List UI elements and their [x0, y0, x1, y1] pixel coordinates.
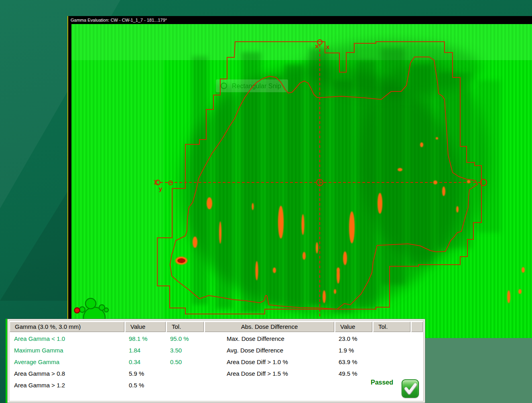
table-cell: Max. Dose Difference	[227, 333, 357, 344]
gamma-dose-map[interactable]: Rectangular Snip x y	[71, 24, 532, 338]
table-row: Average Gamma0.340.50Area Dose Diff > 1.…	[9, 356, 423, 368]
column-header[interactable]: Value	[335, 322, 372, 332]
column-header[interactable]: Tol.	[167, 322, 204, 332]
table-cell: 1.9 %	[339, 344, 373, 356]
table-cell: Area Gamma < 1.0	[14, 333, 125, 344]
column-header[interactable]	[411, 322, 423, 332]
table-cell: Area Gamma > 1.2	[14, 379, 125, 391]
table-cell: 3.50	[170, 344, 204, 356]
svg-text:Rectangular Snip: Rectangular Snip	[232, 83, 281, 89]
table-cell: Area Dose Diff > 1.5 %	[227, 368, 357, 379]
table-cell: Area Gamma > 0.8	[14, 368, 125, 379]
column-header[interactable]: Gamma (3.0 %, 3.0 mm)	[10, 322, 124, 332]
axis-x-label: x	[326, 43, 330, 50]
table-row: Area Gamma > 0.85.9 %Area Dose Diff > 1.…	[9, 368, 423, 379]
window-title: Gamma Evaluation: CW - CW-1_1_7 - 181...…	[71, 18, 167, 22]
table-cell: 63.9 %	[339, 356, 373, 368]
table-row: Maximum Gamma1.843.50Avg. Dose Differenc…	[9, 344, 423, 356]
table-cell: 5.9 %	[129, 368, 166, 379]
status-badge: Passed	[333, 379, 393, 386]
table-cell: 1.84	[129, 344, 166, 356]
check-icon	[404, 382, 417, 396]
window-titlebar[interactable]: Gamma Evaluation: CW - CW-1_1_7 - 181...…	[68, 16, 532, 24]
table-cell: Area Dose Diff > 1.0 %	[227, 356, 357, 368]
table-cell: Maximum Gamma	[14, 344, 125, 356]
results-table: Gamma (3.0 %, 3.0 mm)ValueTol.Abs. Dose …	[9, 320, 424, 401]
table-cell: 23.0 %	[339, 333, 373, 344]
snip-ghost-overlay: Rectangular Snip	[216, 79, 288, 92]
table-cell: 49.5 %	[339, 368, 373, 379]
table-cell: 0.50	[170, 356, 204, 368]
axis-y-label: y	[159, 185, 162, 192]
table-cell: 0.5 %	[129, 379, 166, 391]
table-cell: 98.1 %	[129, 333, 166, 344]
table-cell: 0.34	[129, 356, 166, 368]
column-header[interactable]: Abs. Dose Difference	[205, 322, 334, 332]
results-table-window: Gamma (3.0 %, 3.0 mm)ValueTol.Abs. Dose …	[7, 319, 425, 403]
passed-check-button[interactable]	[402, 379, 419, 398]
table-cell: Average Gamma	[14, 356, 125, 368]
table-cell: Avg. Dose Difference	[227, 344, 357, 356]
table-row: Area Gamma < 1.098.1 %95.0 %Max. Dose Di…	[9, 333, 423, 344]
background-panel	[425, 338, 532, 403]
column-header[interactable]: Value	[125, 322, 166, 332]
column-header[interactable]: Tol.	[373, 322, 410, 332]
table-cell: 95.0 %	[170, 333, 204, 344]
max-gamma-blob	[175, 257, 187, 265]
